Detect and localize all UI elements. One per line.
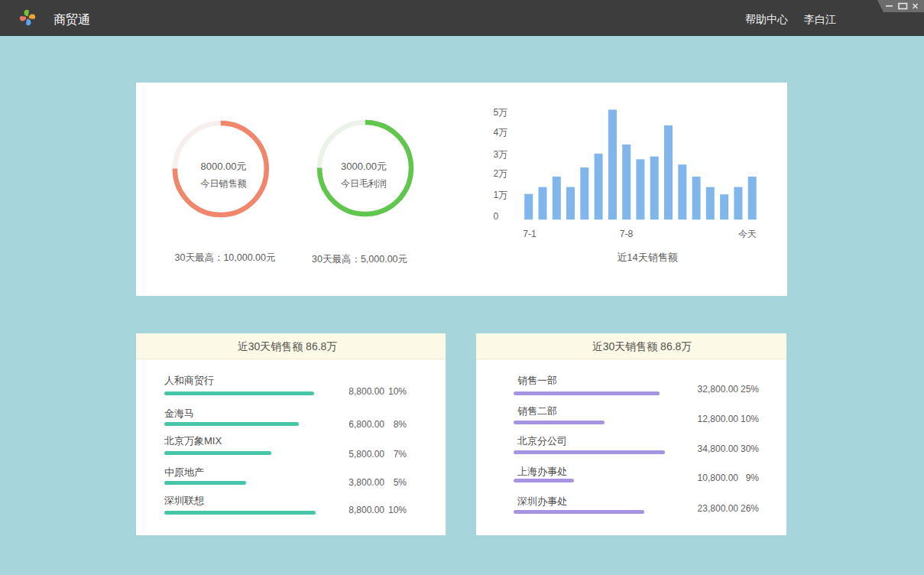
svg-text:3万: 3万 [494, 149, 508, 160]
svg-text:2万: 2万 [494, 168, 508, 179]
svg-text:5万: 5万 [494, 107, 508, 118]
svg-text:今天: 今天 [738, 229, 757, 239]
svg-text:7-1: 7-1 [523, 229, 537, 239]
svg-text:0: 0 [494, 211, 499, 222]
svg-text:7-8: 7-8 [620, 229, 634, 239]
svg-text:4万: 4万 [494, 127, 508, 138]
svg-text:1万: 1万 [494, 190, 508, 200]
